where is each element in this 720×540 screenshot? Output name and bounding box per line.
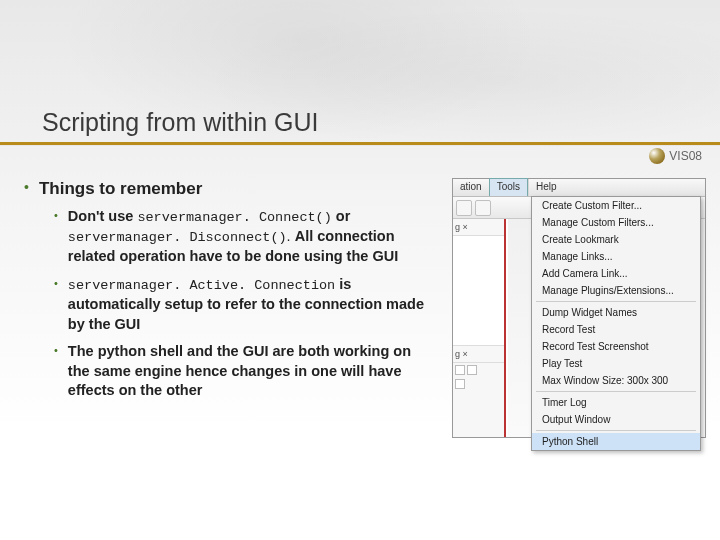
dropdown-separator (536, 430, 696, 431)
dropdown-item[interactable]: Python Shell (532, 433, 700, 450)
bullet-icon: • (54, 207, 58, 267)
panel-row (453, 377, 504, 391)
bullet-icon: • (24, 178, 29, 201)
dropdown-item[interactable]: Create Lookmark (532, 231, 700, 248)
dropdown-item[interactable]: Dump Widget Names (532, 304, 700, 321)
dropdown-item[interactable]: Output Window (532, 411, 700, 428)
panel-icon[interactable] (455, 365, 465, 375)
bullet-text: servermanager. Active. Connection is aut… (68, 275, 434, 334)
panel-box (453, 236, 504, 346)
code-text: servermanager. Active. Connection (68, 278, 335, 293)
vis-logo: VIS08 (649, 148, 702, 164)
slide: Scripting from within GUI VIS08 • Things… (0, 0, 720, 540)
code-text: servermanager. Disconnect() (68, 230, 287, 245)
bullet-icon: • (54, 342, 58, 401)
heading-row: • Things to remember (24, 178, 434, 201)
menu-item-truncated[interactable]: ation (453, 179, 489, 196)
bullet-text: The python shell and the GUI are both wo… (68, 342, 434, 401)
bullet-item: • The python shell and the GUI are both … (54, 342, 434, 401)
menu-item-help[interactable]: Help (528, 179, 564, 196)
panel-row (453, 363, 504, 377)
slide-title: Scripting from within GUI (42, 108, 318, 137)
toolbar-icon[interactable] (475, 200, 491, 216)
side-panel: g × g × (453, 219, 506, 437)
bullet-item: • servermanager. Active. Connection is a… (54, 275, 434, 334)
panel-tab[interactable]: g × (453, 219, 504, 236)
text-bold: or (332, 208, 351, 224)
dropdown-item[interactable]: Max Window Size: 300x 300 (532, 372, 700, 389)
bullet-item: • Don't use servermanager. Connect() or … (54, 207, 434, 267)
dropdown-item[interactable]: Record Test (532, 321, 700, 338)
menu-bar: ation Tools Help (453, 179, 705, 197)
code-text: servermanager. Connect() (137, 210, 331, 225)
vis-logo-icon (649, 148, 665, 164)
panel-tab-label: g × (455, 222, 468, 232)
dropdown-item[interactable]: Manage Plugins/Extensions... (532, 282, 700, 299)
panel-icon[interactable] (455, 379, 465, 389)
panel-icon[interactable] (467, 365, 477, 375)
text-bold: Don't use (68, 208, 138, 224)
app-screenshot: ation Tools Help g × g × Creat (452, 178, 706, 438)
bullet-icon: • (54, 275, 58, 334)
dropdown-item[interactable]: Play Test (532, 355, 700, 372)
content-area: • Things to remember • Don't use serverm… (24, 178, 434, 409)
dropdown-separator (536, 391, 696, 392)
menu-item-tools[interactable]: Tools (489, 178, 528, 196)
dropdown-item[interactable]: Create Custom Filter... (532, 197, 700, 214)
bullet-text: Don't use servermanager. Connect() or se… (68, 207, 434, 267)
dropdown-item[interactable]: Timer Log (532, 394, 700, 411)
tools-dropdown: Create Custom Filter...Manage Custom Fil… (531, 196, 701, 451)
text: . (287, 228, 295, 244)
dropdown-item[interactable]: Record Test Screenshot (532, 338, 700, 355)
panel-tab[interactable]: g × (453, 346, 504, 363)
heading-text: Things to remember (39, 178, 202, 201)
panel-tab-label: g × (455, 349, 468, 359)
dropdown-item[interactable]: Manage Custom Filters... (532, 214, 700, 231)
toolbar-icon[interactable] (456, 200, 472, 216)
dropdown-item[interactable]: Add Camera Link... (532, 265, 700, 282)
dropdown-item[interactable]: Manage Links... (532, 248, 700, 265)
dropdown-separator (536, 301, 696, 302)
vis-logo-text: VIS08 (669, 149, 702, 163)
title-rule-light (0, 145, 720, 146)
